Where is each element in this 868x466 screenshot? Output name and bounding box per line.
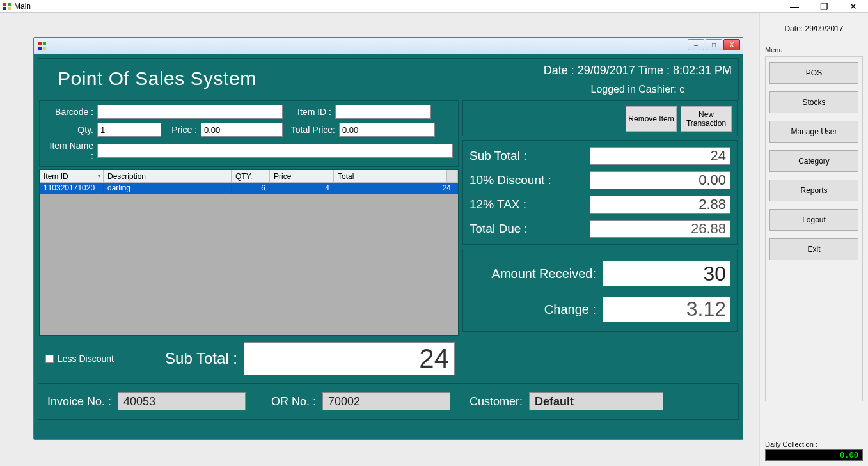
cell-total: 24 <box>334 183 458 194</box>
pos-app-icon <box>38 42 47 50</box>
amount-received-input[interactable] <box>603 261 730 286</box>
tax-label: 12% TAX : <box>470 198 590 212</box>
cell-description: darling <box>104 183 232 194</box>
col-description[interactable]: Description <box>104 170 232 182</box>
svg-rect-7 <box>43 47 46 50</box>
window-title: Main <box>14 2 31 11</box>
footer-panel: Invoice No. : OR No. : Customer: <box>38 383 739 420</box>
col-qty[interactable]: QTY. <box>232 170 270 182</box>
pos-title: Point Of Sales System <box>45 59 256 96</box>
or-label: OR No. : <box>271 395 316 408</box>
actions-panel: Remove Item New Transaction <box>462 100 738 136</box>
entry-panel: Barcode : Item ID : Qty. Price : <box>39 100 459 167</box>
pos-cashier: Logged in Cashier: c <box>544 84 732 95</box>
discount-value: 0.00 <box>590 171 730 189</box>
mdi-area: – □ X Point Of Sales System Date : 29/09… <box>0 13 759 466</box>
barcode-label: Barcode : <box>45 107 93 117</box>
main-window: Main — ❐ ✕ – □ X <box>0 0 868 466</box>
right-sidebar: Date: 29/09/2017 Menu POS Stocks Manage … <box>759 13 868 466</box>
sidebar-date: Date: 29/09/2017 <box>765 24 863 33</box>
cell-qty: 6 <box>232 183 270 194</box>
pos-child-window: – □ X Point Of Sales System Date : 29/09… <box>33 37 743 440</box>
window-close-button[interactable]: ✕ <box>839 0 868 13</box>
cell-itemid: 110320171020 <box>40 183 104 194</box>
remove-item-button[interactable]: Remove Item <box>626 106 677 132</box>
svg-rect-4 <box>38 42 42 45</box>
col-price[interactable]: Price <box>270 170 334 182</box>
subtotal-big-label: Sub Total : <box>165 350 237 368</box>
subtotal-bar: Less Discount Sub Total : 24 <box>39 338 459 379</box>
col-total[interactable]: Total <box>334 170 447 182</box>
main-titlebar: Main — ❐ ✕ <box>0 0 868 13</box>
totaldue-value: 26.88 <box>590 220 730 238</box>
itemid-label: Item ID : <box>287 107 331 117</box>
menu-exit-button[interactable]: Exit <box>769 238 858 260</box>
menu-category-button[interactable]: Category <box>769 150 858 172</box>
less-discount-checkbox[interactable]: Less Discount <box>45 353 114 364</box>
grid-header: Item ID▾ Description QTY. Price Total <box>40 170 458 183</box>
window-minimize-button[interactable]: — <box>780 0 809 13</box>
main-content: – □ X Point Of Sales System Date : 29/09… <box>0 13 868 466</box>
new-transaction-button[interactable]: New Transaction <box>681 106 732 132</box>
grid-body[interactable]: 110320171020 darling 6 4 24 <box>40 183 458 335</box>
invoice-input[interactable] <box>118 392 246 410</box>
barcode-input[interactable] <box>97 105 283 119</box>
price-input[interactable] <box>201 123 283 137</box>
svg-rect-6 <box>38 47 42 50</box>
menu-manage-user-button[interactable]: Manage User <box>769 121 858 143</box>
daily-collection-label: Daily Collection : <box>765 440 863 448</box>
svg-rect-1 <box>8 3 11 6</box>
cell-price: 4 <box>270 183 334 194</box>
app-icon <box>3 2 12 11</box>
subtotal-label: Sub Total : <box>470 149 590 163</box>
checkbox-icon <box>45 355 54 363</box>
menu-stocks-button[interactable]: Stocks <box>769 91 858 113</box>
discount-label: 10% Discount : <box>470 173 590 187</box>
itemname-label: Item Name : <box>45 141 93 161</box>
itemid-input[interactable] <box>335 105 431 119</box>
subtotal-value: 24 <box>590 147 730 165</box>
amount-received-label: Amount Received: <box>470 267 603 281</box>
col-itemid[interactable]: Item ID▾ <box>40 170 104 182</box>
customer-label: Customer: <box>470 395 523 408</box>
pos-titlebar[interactable]: – □ X <box>34 38 743 54</box>
pos-body: Point Of Sales System Date : 29/09/2017 … <box>34 54 743 439</box>
menu-pos-button[interactable]: POS <box>769 62 858 84</box>
sort-desc-icon: ▾ <box>98 173 100 179</box>
svg-rect-3 <box>8 7 11 10</box>
menu-group-label: Menu <box>765 46 863 54</box>
totalprice-input[interactable] <box>339 123 435 137</box>
daily-collection-value: 0.00 <box>765 449 863 461</box>
pos-maximize-button[interactable]: □ <box>706 39 722 50</box>
pos-datetime: Date : 29/09/2017 Time : 8:02:31 PM <box>544 64 732 77</box>
pos-minimize-button[interactable]: – <box>688 39 704 50</box>
items-grid: Item ID▾ Description QTY. Price Total <box>39 169 459 336</box>
customer-input[interactable] <box>529 392 663 410</box>
subtotal-big-value: 24 <box>244 342 455 375</box>
svg-rect-0 <box>3 3 6 6</box>
change-value: 3.12 <box>603 297 730 322</box>
price-label: Price : <box>165 125 197 135</box>
invoice-label: Invoice No. : <box>47 395 111 408</box>
change-label: Change : <box>470 302 603 317</box>
table-row[interactable]: 110320171020 darling 6 4 24 <box>40 183 458 194</box>
qty-input[interactable] <box>97 123 161 137</box>
itemname-input[interactable] <box>97 144 453 158</box>
svg-rect-5 <box>43 42 46 45</box>
amount-panel: Amount Received: Change :3.12 <box>462 249 738 332</box>
totalprice-label: Total Price: <box>287 125 335 135</box>
or-input[interactable] <box>322 392 450 410</box>
totals-panel: Sub Total :24 10% Discount :0.00 12% TAX… <box>462 140 738 245</box>
tax-value: 2.88 <box>590 196 730 214</box>
menu-logout-button[interactable]: Logout <box>769 209 858 231</box>
pos-header: Point Of Sales System Date : 29/09/2017 … <box>38 58 739 100</box>
grid-scrollbar-header <box>447 170 458 182</box>
qty-label: Qty. <box>45 125 93 135</box>
totaldue-label: Total Due : <box>470 222 590 236</box>
svg-rect-2 <box>3 7 6 10</box>
window-maximize-button[interactable]: ❐ <box>809 0 839 13</box>
menu-reports-button[interactable]: Reports <box>769 180 858 201</box>
pos-close-button[interactable]: X <box>723 39 740 50</box>
